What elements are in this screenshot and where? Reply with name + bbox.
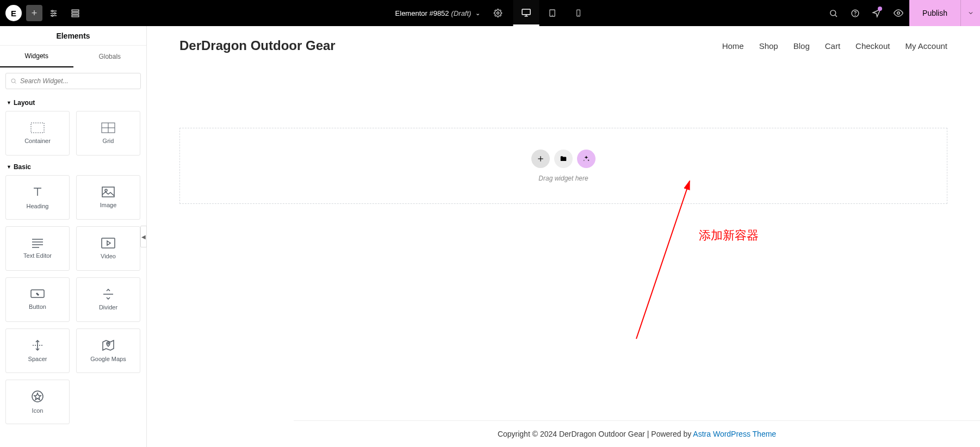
tab-widgets[interactable]: Widgets [0, 46, 73, 67]
widget-divider[interactable]: Divider [76, 277, 140, 322]
caret-down-icon: ▼ [7, 100, 11, 105]
svg-marker-37 [107, 241, 110, 245]
video-icon [101, 238, 115, 249]
search-box[interactable] [5, 73, 141, 89]
device-tabs [513, 0, 591, 26]
section-basic[interactable]: ▼Basic [0, 159, 146, 175]
caret-down-icon: ▼ [7, 164, 11, 170]
drop-zone[interactable]: Drag widget here [179, 128, 947, 204]
page-header: DerDragon Outdoor Gear Home Shop Blog Ca… [147, 26, 980, 65]
publish-dropdown[interactable] [960, 0, 980, 26]
widget-button[interactable]: Button [5, 277, 70, 322]
nav-menu: Home Shop Blog Cart Checkout My Account [722, 41, 947, 51]
template-library-button[interactable] [554, 150, 573, 168]
document-title[interactable]: Elementor #9852 (Draft) ⌄ [389, 9, 487, 17]
nav-cart[interactable]: Cart [825, 41, 840, 51]
svg-rect-24 [31, 123, 44, 133]
widget-icon[interactable]: Icon [5, 380, 70, 424]
add-element-button[interactable]: + [26, 5, 42, 21]
svg-point-5 [51, 15, 53, 16]
annotation-text: 添加新容器 [699, 227, 759, 244]
widget-video[interactable]: Video [76, 226, 140, 271]
svg-line-18 [835, 15, 836, 16]
search-input[interactable] [20, 77, 136, 85]
widget-spacer[interactable]: Spacer [5, 328, 70, 373]
page-settings-icon[interactable] [487, 0, 508, 26]
widget-texteditor[interactable]: Text Editor [5, 226, 70, 271]
search-wrap [0, 67, 146, 95]
ai-button[interactable] [577, 150, 596, 168]
svg-point-22 [11, 79, 15, 83]
svg-point-3 [54, 13, 55, 14]
drop-hint: Drag widget here [538, 175, 588, 182]
preview-icon[interactable] [888, 0, 909, 26]
sidebar-collapse[interactable]: ◀ [140, 226, 147, 247]
svg-rect-36 [102, 238, 115, 248]
dropzone-buttons [531, 150, 596, 168]
svg-rect-8 [72, 15, 79, 17]
search-icon [10, 78, 17, 84]
star-icon [31, 390, 44, 403]
top-bar: E + Elementor #9852 (Draft) ⌄ [0, 0, 980, 26]
svg-rect-7 [72, 13, 79, 14]
page-footer: Copyright © 2024 DerDragon Outdoor Gear … [294, 420, 980, 447]
top-center: Elementor #9852 (Draft) ⌄ [389, 0, 592, 26]
finder-search-icon[interactable] [822, 0, 844, 26]
widget-image[interactable]: Image [76, 175, 140, 220]
nav-blog[interactable]: Blog [793, 41, 810, 51]
svg-rect-10 [522, 9, 530, 15]
doc-title-text: Elementor #9852 [395, 9, 449, 17]
nav-home[interactable]: Home [722, 41, 744, 51]
add-container-button[interactable] [531, 150, 550, 168]
svg-point-42 [108, 343, 109, 344]
device-tablet[interactable] [539, 0, 565, 26]
text-editor-icon [31, 238, 44, 248]
container-icon [30, 122, 45, 133]
structure-icon[interactable] [64, 0, 86, 26]
widget-grid[interactable]: Grid [76, 111, 140, 156]
image-icon [102, 187, 115, 197]
sidebar: Elements Widgets Globals ▼Layout Contain… [0, 26, 147, 447]
section-layout[interactable]: ▼Layout [0, 95, 146, 111]
doc-title-status: (Draft) [451, 9, 472, 17]
svg-point-17 [830, 10, 835, 15]
svg-line-48 [636, 181, 690, 339]
help-icon[interactable] [844, 0, 866, 26]
footer-link[interactable]: Astra WordPress Theme [693, 430, 776, 438]
chevron-down-icon: ⌄ [475, 10, 480, 17]
widget-container[interactable]: Container [5, 111, 70, 156]
nav-account[interactable]: My Account [905, 41, 947, 51]
publish-button[interactable]: Publish [909, 0, 960, 26]
svg-line-23 [15, 82, 16, 83]
layout-widgets: Container Grid [0, 111, 146, 159]
notifications-icon[interactable] [866, 0, 888, 26]
settings-sliders-icon[interactable] [42, 0, 64, 26]
sidebar-tabs: Widgets Globals [0, 46, 146, 67]
map-icon [102, 339, 115, 351]
spacer-icon [32, 339, 44, 351]
widget-heading[interactable]: Heading [5, 175, 70, 220]
button-icon [30, 289, 45, 299]
svg-marker-44 [34, 393, 41, 400]
heading-icon [31, 185, 44, 198]
svg-rect-30 [102, 187, 114, 197]
tab-globals[interactable]: Globals [73, 46, 147, 67]
device-mobile[interactable] [565, 0, 591, 26]
nav-checkout[interactable]: Checkout [855, 41, 890, 51]
canvas: DerDragon Outdoor Gear Home Shop Blog Ca… [147, 26, 980, 447]
svg-point-31 [105, 189, 107, 191]
elementor-logo[interactable]: E [5, 5, 22, 21]
top-right: Publish [822, 0, 980, 26]
basic-widgets: Heading Image Text Editor Video Button D… [0, 175, 146, 427]
main-layout: Elements Widgets Globals ▼Layout Contain… [0, 26, 980, 447]
widget-googlemaps[interactable]: Google Maps [76, 328, 140, 373]
svg-point-21 [897, 12, 900, 15]
svg-point-20 [855, 15, 855, 15]
site-title[interactable]: DerDragon Outdoor Gear [179, 38, 336, 53]
nav-shop[interactable]: Shop [759, 41, 778, 51]
divider-icon [102, 289, 114, 300]
svg-point-9 [497, 12, 499, 14]
device-desktop[interactable] [513, 0, 539, 26]
sidebar-header: Elements [0, 26, 146, 46]
svg-point-1 [51, 10, 53, 11]
